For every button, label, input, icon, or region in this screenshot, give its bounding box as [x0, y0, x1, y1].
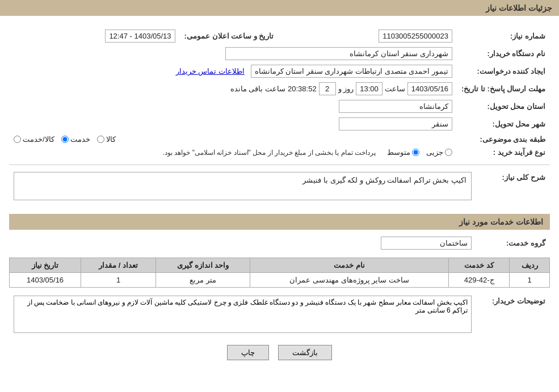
category-row: طبقه بندی موضوعی: کالا/خدمت خدمت کالا — [9, 133, 550, 146]
deadline-remaining: 20:38:52 — [288, 85, 317, 93]
services-group-table: گروه خدمت: ساختمان — [9, 234, 550, 252]
notes-table: توضیحات خریدار: — [9, 293, 550, 337]
col-unit: واحد اندازه گیری — [156, 258, 250, 273]
category-radio-group: کالا/خدمت خدمت کالا — [14, 135, 452, 144]
deadline-value-cell: 1403/05/16 ساعت 13:00 روز و 2 20:38:52 س… — [9, 80, 457, 98]
org-value-cell: شهرداری سنقر استان کرمانشاه — [9, 45, 457, 62]
city-row: شهر محل تحویل: سنقر — [9, 115, 550, 133]
services-table-body: 1ج-42-429ساخت سایر پروژه‌های مهندسی عمرا… — [10, 273, 550, 288]
requester-value: تیمور احمدی متصدی ارتباطات شهرداری سنقر … — [251, 65, 452, 78]
deadline-time-label: ساعت — [385, 85, 405, 93]
purchase-type-value-cell: جزیی متوسط پرداخت تمام یا بخشی از مبلغ خ… — [9, 146, 457, 159]
main-content: شماره نیاز: 1103005255000023 تاریخ و ساع… — [0, 20, 559, 375]
announce-value: 1403/05/13 - 12:47 — [105, 29, 175, 43]
purchase-type-note: پرداخت تمام یا بخشی از مبلغ خریدار از مح… — [163, 149, 376, 157]
category-label: طبقه بندی موضوعی: — [457, 133, 550, 146]
services-table-header-row: ردیف کد خدمت نام خدمت واحد اندازه گیری ت… — [10, 258, 550, 273]
deadline-label: مهلت ارسال پاسخ: تا تاریخ: — [457, 80, 550, 98]
requester-link[interactable]: اطلاعات تماس خریدار — [176, 67, 245, 75]
deadline-days-label: روز و — [338, 85, 354, 93]
col-date: تاریخ نیاز — [10, 258, 81, 273]
back-button[interactable]: بازگشت — [278, 345, 332, 360]
description-value: اکیپ بخش تراکم اسفالت روکش و لکه گیری با… — [302, 176, 466, 184]
services-table-head: ردیف کد خدمت نام خدمت واحد اندازه گیری ت… — [10, 258, 550, 273]
buttons-row: بازگشت چاپ — [9, 345, 550, 360]
page-title: جزئیات اطلاعات نیاز — [486, 3, 552, 12]
description-label: شرح کلی نیاز: — [476, 170, 550, 208]
need-number-label: شماره نیاز: — [457, 27, 550, 45]
province-row: استان محل تحویل: کرمانشاه — [9, 98, 550, 115]
org-row: نام دستگاه خریدار: شهرداری سنقر استان کر… — [9, 45, 550, 62]
deadline-date: 1403/05/16 — [407, 82, 452, 95]
need-number-value: 1103005255000023 — [379, 29, 452, 43]
services-title: اطلاعات خدمات مورد نیاز — [459, 217, 543, 226]
city-label: شهر محل تحویل: — [457, 115, 550, 133]
description-table: شرح کلی نیاز: اکیپ بخش تراکم اسفالت روکش… — [9, 170, 550, 208]
province-value-cell: کرمانشاه — [9, 98, 457, 115]
services-header: اطلاعات خدمات مورد نیاز — [9, 214, 550, 230]
deadline-remaining-label: ساعت باقی مانده — [230, 85, 285, 93]
divider-1 — [9, 165, 550, 165]
requester-row: ایجاد کننده درخواست: تیمور احمدی متصدی ا… — [9, 62, 550, 80]
col-service-name: نام خدمت — [250, 258, 449, 273]
description-value-cell: اکیپ بخش تراکم اسفالت روکش و لکه گیری با… — [9, 170, 476, 208]
announce-label: تاریخ و ساعت اعلان عمومی: — [180, 27, 279, 45]
col-service-code: کد خدمت — [448, 258, 509, 273]
purchase-type-motavaset[interactable]: متوسط — [387, 148, 419, 157]
city-value: سنقر — [339, 117, 452, 130]
category-value-cell: کالا/خدمت خدمت کالا — [9, 133, 457, 146]
notes-textarea[interactable] — [14, 296, 472, 333]
notes-value-cell — [9, 293, 476, 337]
deadline-row: مهلت ارسال پاسخ: تا تاریخ: 1403/05/16 سا… — [9, 80, 550, 98]
page-wrapper: جزئیات اطلاعات نیاز شماره نیاز: 11030052… — [0, 0, 559, 392]
purchase-type-row: نوع فرآیند خرید : جزیی متوسط پرداخت تمام… — [9, 146, 550, 159]
purchase-type-radio-group: جزیی متوسط پرداخت تمام یا بخشی از مبلغ خ… — [14, 148, 452, 157]
need-number-row: شماره نیاز: 1103005255000023 تاریخ و ساع… — [9, 27, 550, 45]
page-header: جزئیات اطلاعات نیاز — [0, 0, 559, 16]
org-value: شهرداری سنقر استان کرمانشاه — [225, 47, 452, 60]
requester-value-cell: تیمور احمدی متصدی ارتباطات شهرداری سنقر … — [9, 62, 457, 80]
col-row-num: ردیف — [510, 258, 550, 273]
category-option-kala[interactable]: کالا — [97, 135, 116, 144]
category-option-kala-khedmat[interactable]: کالا/خدمت — [14, 135, 54, 144]
requester-label: ایجاد کننده درخواست: — [457, 62, 550, 80]
col-quantity: تعداد / مقدار — [81, 258, 156, 273]
purchase-type-label: نوع فرآیند خرید : — [457, 146, 550, 159]
description-row: شرح کلی نیاز: اکیپ بخش تراکم اسفالت روکش… — [9, 170, 550, 208]
announce-value-cell: 1403/05/13 - 12:47 — [9, 27, 180, 45]
deadline-days: 2 — [319, 82, 336, 95]
group-label: گروه خدمت: — [476, 234, 550, 252]
deadline-time: 13:00 — [356, 82, 383, 95]
need-number-value-cell: 1103005255000023 — [278, 27, 457, 45]
province-value: کرمانشاه — [339, 100, 452, 113]
services-group-row: گروه خدمت: ساختمان — [9, 234, 550, 252]
deadline-date-row: 1403/05/16 ساعت 13:00 روز و 2 20:38:52 س… — [14, 82, 452, 95]
notes-label: توضیحات خریدار: — [476, 293, 550, 337]
need-info-table: شماره نیاز: 1103005255000023 تاریخ و ساع… — [9, 27, 550, 159]
org-label: نام دستگاه خریدار: — [457, 45, 550, 62]
group-value-cell: ساختمان — [9, 234, 476, 252]
services-table: ردیف کد خدمت نام خدمت واحد اندازه گیری ت… — [9, 258, 550, 288]
table-row: 1ج-42-429ساخت سایر پروژه‌های مهندسی عمرا… — [10, 273, 550, 288]
notes-row: توضیحات خریدار: — [9, 293, 550, 337]
province-label: استان محل تحویل: — [457, 98, 550, 115]
group-value: ساختمان — [381, 237, 472, 250]
category-option-khedmat[interactable]: خدمت — [61, 135, 90, 144]
print-button[interactable]: چاپ — [227, 345, 269, 360]
purchase-type-jozi[interactable]: جزیی — [426, 148, 452, 157]
city-value-cell: سنقر — [9, 115, 457, 133]
description-box: اکیپ بخش تراکم اسفالت روکش و لکه گیری با… — [14, 172, 472, 200]
